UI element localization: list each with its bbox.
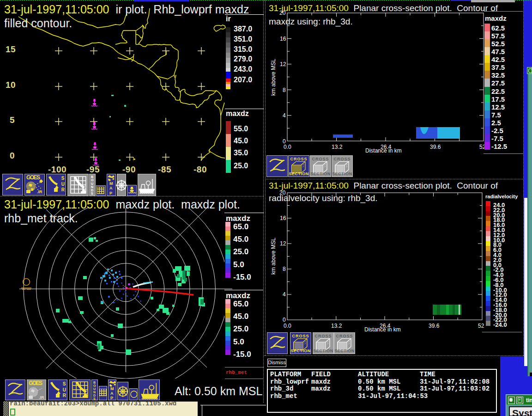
svg-text:GOES: GOES [29, 380, 42, 386]
svg-text:.IR: .IR [39, 395, 44, 400]
